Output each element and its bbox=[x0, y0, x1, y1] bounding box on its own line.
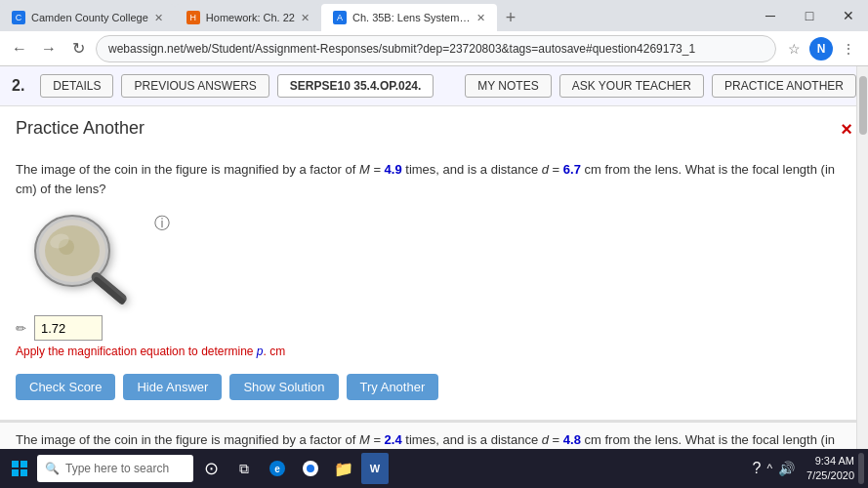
try-another-button[interactable]: Try Another bbox=[347, 374, 439, 400]
user-avatar[interactable]: N bbox=[809, 37, 833, 61]
tab-title-homework: Homework: Ch. 22 bbox=[206, 12, 295, 23]
svg-rect-14 bbox=[12, 461, 19, 468]
tab-title-active: Ch. 35B: Lens Systems - PHY 202 bbox=[352, 12, 471, 23]
scrollbar[interactable] bbox=[856, 66, 868, 449]
ask-teacher-button[interactable]: ASK YOUR TEACHER bbox=[559, 74, 704, 98]
panel-title: Practice Another bbox=[16, 118, 145, 139]
m-equals: = bbox=[370, 162, 385, 177]
taskbar-edge[interactable]: e bbox=[262, 453, 293, 484]
help-icon[interactable]: ? bbox=[753, 460, 762, 477]
back-button[interactable]: ← bbox=[8, 37, 31, 61]
sq-m-label: M bbox=[359, 432, 370, 447]
taskbar-files[interactable]: 📁 bbox=[328, 453, 359, 484]
minimize-button[interactable]: ─ bbox=[751, 0, 790, 31]
check-score-button[interactable]: Check Score bbox=[16, 374, 115, 400]
taskbar-task-view[interactable]: ⧉ bbox=[228, 453, 260, 484]
date: 7/25/2020 bbox=[806, 468, 854, 483]
svg-rect-17 bbox=[21, 469, 27, 476]
input-area: ✏ bbox=[16, 315, 852, 341]
hint-suffix: . cm bbox=[264, 345, 286, 358]
details-button[interactable]: DETAILS bbox=[40, 74, 113, 98]
tab-homework[interactable]: H Homework: Ch. 22 ✕ bbox=[175, 4, 321, 31]
sq-prefix: The image of the coin in the figure is m… bbox=[16, 432, 359, 447]
browser-controls: ← → ↻ ☆ N ⋮ bbox=[0, 31, 868, 66]
window-controls: ─ □ ✕ bbox=[751, 0, 868, 31]
question-code: SERPSE10 35.4.OP.024. bbox=[277, 74, 434, 98]
expand-tray-icon[interactable]: ^ bbox=[766, 462, 772, 475]
sq-middle: times, and is a distance bbox=[402, 432, 542, 447]
tab-close-active[interactable]: ✕ bbox=[476, 12, 485, 24]
svg-rect-15 bbox=[21, 461, 27, 468]
taskbar-cortana[interactable]: ⊙ bbox=[195, 453, 227, 484]
magnifier-image bbox=[16, 210, 143, 307]
question-text-middle: times, and is a distance bbox=[402, 162, 542, 177]
scrollbar-thumb[interactable] bbox=[859, 76, 867, 135]
svg-text:e: e bbox=[274, 464, 280, 474]
system-tray: ? ^ 🔊 bbox=[745, 460, 804, 477]
hint-text: Apply the magnification equation to dete… bbox=[16, 345, 852, 358]
M-label: M bbox=[359, 162, 370, 177]
svg-rect-16 bbox=[12, 469, 19, 476]
magnifier-svg bbox=[16, 210, 143, 307]
svg-rect-5 bbox=[93, 276, 126, 305]
taskbar-word[interactable]: W bbox=[361, 453, 389, 484]
info-icon[interactable]: ⓘ bbox=[154, 214, 170, 234]
question-toolbar: 2. DETAILS PREVIOUS ANSWERS SERPSE10 35.… bbox=[0, 66, 868, 106]
tab-favicon-homework: H bbox=[186, 11, 200, 24]
hint-prefix: Apply the magnification equation to dete… bbox=[16, 345, 257, 358]
taskbar-chrome[interactable] bbox=[295, 453, 326, 484]
bookmark-icon[interactable]: ☆ bbox=[782, 37, 806, 61]
figure-area: ⓘ bbox=[16, 210, 852, 307]
speaker-icon[interactable]: 🔊 bbox=[778, 461, 795, 476]
show-desktop-button[interactable] bbox=[858, 453, 864, 484]
previous-answers-button[interactable]: PREVIOUS ANSWERS bbox=[121, 74, 269, 98]
sq-d-value: 4.8 bbox=[563, 432, 581, 447]
close-panel-button[interactable]: × bbox=[841, 118, 852, 141]
browser-icons: ☆ N ⋮ bbox=[782, 37, 860, 61]
tab-title-camden: Camden County College bbox=[31, 12, 148, 23]
show-solution-button[interactable]: Show Solution bbox=[229, 374, 338, 400]
sq-m-value: 2.4 bbox=[385, 432, 402, 447]
address-bar[interactable] bbox=[96, 35, 776, 62]
question-text-prefix: The image of the coin in the figure is m… bbox=[16, 162, 359, 177]
question-text: The image of the coin in the figure is m… bbox=[16, 160, 852, 198]
svg-point-21 bbox=[307, 465, 314, 472]
maximize-button[interactable]: □ bbox=[790, 0, 829, 31]
tab-close-homework[interactable]: ✕ bbox=[301, 12, 310, 24]
question-number: 2. bbox=[12, 77, 24, 95]
page-content: 2. DETAILS PREVIOUS ANSWERS SERPSE10 35.… bbox=[0, 66, 868, 488]
my-notes-button[interactable]: MY NOTES bbox=[465, 74, 551, 98]
tab-favicon-active: A bbox=[333, 11, 347, 24]
hint-p: p bbox=[257, 345, 264, 358]
practice-panel: Practice Another × The image of the coin… bbox=[0, 106, 868, 422]
hide-answer-button[interactable]: Hide Answer bbox=[123, 374, 222, 400]
menu-icon[interactable]: ⋮ bbox=[837, 37, 860, 61]
d-value: 6.7 bbox=[563, 162, 581, 177]
forward-button[interactable]: → bbox=[37, 37, 61, 61]
d-label: d bbox=[542, 162, 549, 177]
tab-bar: C Camden County College ✕ H Homework: Ch… bbox=[0, 0, 868, 31]
tab-close-camden[interactable]: ✕ bbox=[154, 12, 163, 24]
taskbar: 🔍 Type here to search ⊙ ⧉ e 📁 W ? ^ 🔊 9:… bbox=[0, 449, 868, 488]
refresh-button[interactable]: ↻ bbox=[66, 37, 90, 61]
taskbar-search-icon: 🔍 bbox=[45, 462, 60, 475]
time: 9:34 AM bbox=[806, 454, 854, 468]
M-value: 4.9 bbox=[385, 162, 402, 177]
d-equals: = bbox=[549, 162, 563, 177]
tab-camden[interactable]: C Camden County College ✕ bbox=[0, 4, 175, 31]
time-display: 9:34 AM 7/25/2020 bbox=[806, 454, 854, 484]
action-buttons: Check Score Hide Answer Show Solution Tr… bbox=[16, 374, 852, 400]
close-button[interactable]: ✕ bbox=[829, 0, 868, 31]
tab-favicon-camden: C bbox=[12, 11, 25, 24]
pencil-icon: ✏ bbox=[16, 321, 26, 336]
taskbar-search-label: Type here to search bbox=[65, 462, 169, 475]
taskbar-search[interactable]: 🔍 Type here to search bbox=[37, 455, 193, 482]
windows-button[interactable] bbox=[4, 453, 35, 484]
sq-d-label: d bbox=[542, 432, 549, 447]
new-tab-button[interactable]: + bbox=[497, 4, 524, 31]
taskbar-right: ? ^ 🔊 9:34 AM 7/25/2020 bbox=[745, 453, 864, 484]
tab-active[interactable]: A Ch. 35B: Lens Systems - PHY 202 ✕ bbox=[321, 4, 497, 31]
answer-input[interactable] bbox=[34, 315, 103, 341]
practice-another-button[interactable]: PRACTICE ANOTHER bbox=[712, 74, 856, 98]
